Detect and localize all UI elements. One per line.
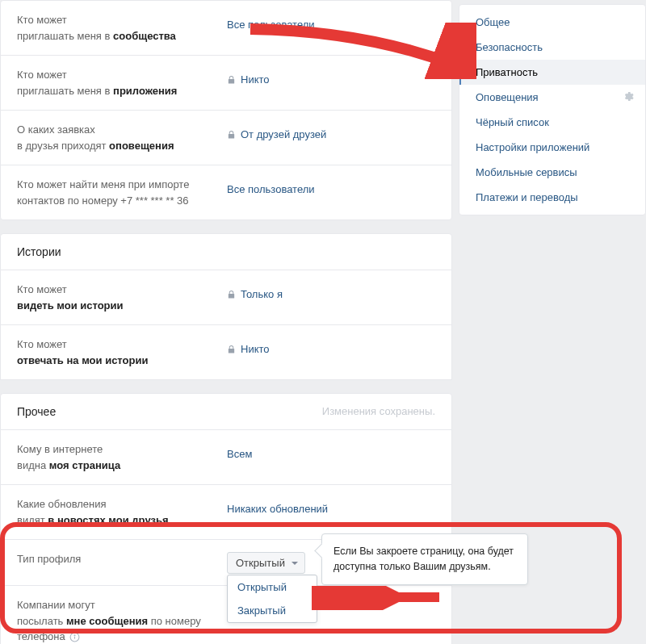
sidebar-item-3[interactable]: Оповещения [459,85,645,110]
row-value-link[interactable]: От друзей друзей [227,122,326,140]
stories-block: Кто можетвидеть мои истории Только я Кто… [0,270,452,380]
row-value-link[interactable]: Никаких обновлений [227,496,328,515]
section-header-stories: Истории [0,233,452,270]
row-value-link[interactable]: Никто [227,337,270,355]
row-label: Кому в интернетевидна моя страница [17,441,227,473]
other-row: Кому в интернетевидна моя страница Всем [1,430,451,484]
row-value-link[interactable]: Все пользователи [227,12,315,31]
privacy-row: Кто может найти меня при импортеконтакто… [1,165,451,220]
lock-icon [227,290,236,299]
stories-row: Кто можетвидеть мои истории Только я [1,270,451,324]
privacy-top-block: Кто можетприглашать меня в сообщества Вс… [0,0,452,220]
sidebar-item-0[interactable]: Общее [459,10,645,35]
row-label: Компании могут посылать мне сообщения по… [17,597,227,644]
sidebar-item-5[interactable]: Настройки приложений [459,135,645,160]
profile-type-dropdown-menu: Открытый Закрытый [227,575,317,623]
profile-type-dropdown-button[interactable]: Открытый [227,552,305,574]
section-title: Истории [17,245,61,258]
svg-point-2 [74,635,75,636]
privacy-row: Кто можетприглашать меня в сообщества Вс… [1,1,451,55]
info-icon [69,632,80,642]
save-status: Изменения сохранены. [322,405,435,418]
lock-icon [227,130,236,140]
sidebar-item-4[interactable]: Чёрный список [459,110,645,135]
privacy-row: О каких заявкахв друзья приходят оповеще… [1,110,451,165]
row-label: Какие обновлениявидят в новостях мои дру… [17,496,227,528]
privacy-row: Кто можетприглашать меня в приложения Ни… [1,55,451,110]
row-label: Кто может найти меня при импортеконтакто… [17,177,227,208]
row-companies-messages: Компании могут посылать мне сообщения по… [1,585,451,644]
lock-icon [227,345,236,354]
stories-row: Кто можетотвечать на мои истории Никто [1,324,451,379]
row-label: О каких заявкахв друзья приходят оповеще… [17,122,227,153]
section-header-other: Прочее Изменения сохранены. [0,393,452,430]
sidebar-item-2[interactable]: Приватность [459,60,645,85]
row-value-link[interactable]: Только я [227,282,283,300]
lock-icon [227,75,236,85]
dropdown-option-open[interactable]: Открытый [228,575,317,599]
row-value-link[interactable]: Все пользователи [227,177,315,195]
row-label: Кто можетвидеть мои истории [17,282,227,313]
row-label: Тип профиля [17,551,227,567]
sidebar-item-7[interactable]: Платежи и переводы [459,185,645,210]
row-value-link[interactable]: Никто [227,67,270,86]
row-value-link[interactable]: Всем [227,441,252,460]
row-label: Кто можетприглашать меня в приложения [17,67,227,98]
profile-type-tooltip: Если Вы закроете страницу, она будет дос… [321,533,528,585]
sidebar-item-6[interactable]: Мобильные сервисы [459,160,645,185]
row-value: Открытый Открытый Закрытый [227,551,305,574]
gear-icon[interactable] [622,90,634,105]
settings-sidebar: ОбщееБезопасностьПриватностьОповещенияЧё… [459,4,646,215]
row-label: Кто можетприглашать меня в сообщества [17,12,227,44]
other-row: Какие обновлениявидят в новостях мои дру… [1,484,451,539]
section-title: Прочее [17,405,56,418]
sidebar-item-1[interactable]: Безопасность [459,35,645,60]
row-label: Кто можетотвечать на мои истории [17,337,227,368]
dropdown-option-closed[interactable]: Закрытый [228,599,317,622]
